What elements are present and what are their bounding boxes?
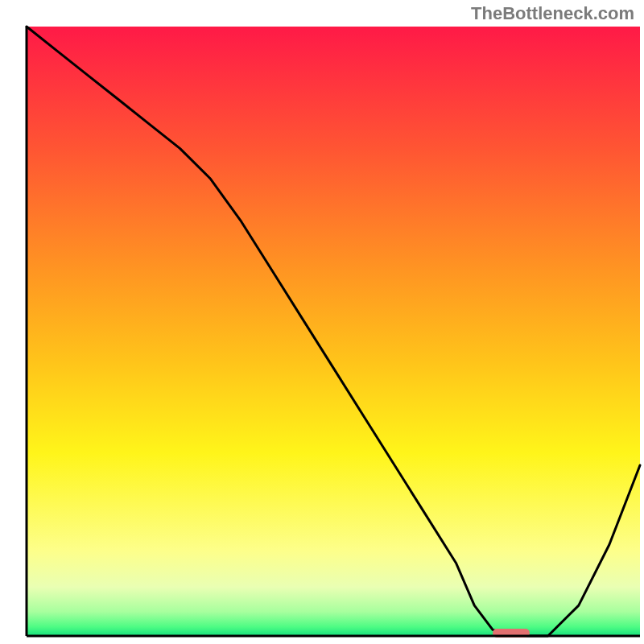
chart-container: TheBottleneck.com: [0, 0, 644, 644]
attribution-label: TheBottleneck.com: [471, 3, 634, 24]
chart-svg: [0, 0, 644, 644]
plot-background: [27, 27, 640, 636]
